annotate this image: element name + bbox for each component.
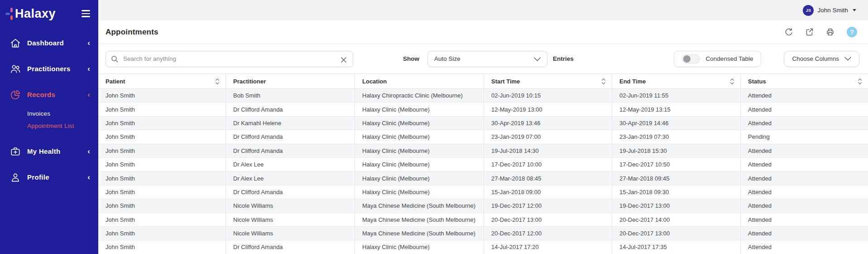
sidebar-item-my-health[interactable]: My Health‹: [0, 138, 98, 164]
condensed-toggle[interactable]: [682, 54, 700, 64]
sidebar-subitem-appointment-list[interactable]: Appointment List: [27, 120, 98, 132]
table-row[interactable]: John SmithBob SmithHalaxy Chiropractic C…: [98, 89, 868, 103]
print-icon[interactable]: [826, 28, 834, 36]
cell-end-time: 23-Jan-2019 07:30: [612, 130, 741, 143]
sidebar-item-label: Practitioners: [27, 65, 87, 73]
column-header-location[interactable]: Location: [355, 74, 484, 88]
cell-start-time: 23-Jan-2019 07:00: [484, 130, 612, 143]
cell-end-time: 20-Dec-2017 14:00: [612, 213, 741, 226]
cell-status: Attended: [741, 144, 868, 157]
main-area: JS John Smith Appointments ?: [98, 0, 868, 254]
column-label: Location: [362, 78, 387, 85]
table-row[interactable]: John SmithDr Clifford AmandaHalaxy Clini…: [98, 103, 868, 116]
halaxy-logo[interactable]: Halaxy: [5, 6, 56, 21]
export-icon[interactable]: [805, 28, 814, 36]
cell-location: Halaxy Clinic (Melbourne): [355, 103, 484, 116]
cell-location: Halaxy Clinic (Melbourne): [355, 186, 484, 199]
chevron-left-icon[interactable]: ‹: [87, 91, 90, 98]
chevron-left-icon[interactable]: ‹: [87, 39, 90, 47]
table-body: John SmithBob SmithHalaxy Chiropractic C…: [98, 89, 868, 254]
cell-patient: John Smith: [98, 103, 226, 116]
table-row[interactable]: John SmithNicole WilliamsMaya Chinese Me…: [98, 213, 868, 227]
chevron-left-icon[interactable]: ‹: [87, 173, 90, 181]
sort-icon[interactable]: [730, 78, 734, 85]
cell-practitioner: Bob Smith: [226, 89, 355, 102]
cell-patient: John Smith: [98, 171, 226, 185]
help-icon[interactable]: ?: [847, 27, 857, 37]
cell-practitioner: Nicole Williams: [226, 227, 355, 240]
show-group: Show Auto Size Entries: [403, 51, 574, 67]
choose-columns-button[interactable]: Choose Columns: [784, 51, 859, 67]
sort-icon[interactable]: [215, 78, 220, 85]
search-input[interactable]: [106, 51, 353, 67]
table-row[interactable]: John SmithDr Clifford AmandaHalaxy Clini…: [98, 240, 868, 254]
user-menu[interactable]: JS John Smith: [803, 5, 856, 16]
column-header-status[interactable]: Status: [741, 74, 868, 88]
sidebar-item-label: Dashboard: [27, 39, 87, 47]
condensed-table-button[interactable]: Condensed Table: [674, 51, 762, 67]
sidebar-subitem-invoices[interactable]: Invoices: [27, 107, 98, 120]
column-label: Patient: [106, 78, 125, 85]
user-name: John Smith: [817, 7, 848, 14]
page-size-select[interactable]: Auto Size: [427, 51, 547, 67]
sidebar-item-practitioners[interactable]: Practitioners‹: [0, 56, 98, 82]
sort-icon[interactable]: [858, 78, 862, 85]
cell-patient: John Smith: [98, 89, 226, 102]
chevron-down-icon: [534, 55, 541, 63]
cell-end-time: 02-Jun-2019 11:55: [612, 89, 741, 102]
menu-icon[interactable]: [82, 8, 90, 19]
cell-practitioner: Dr Clifford Amanda: [226, 103, 355, 116]
sidebar-item-profile[interactable]: Profile‹: [0, 164, 98, 190]
column-header-practitioner[interactable]: Practitioner: [226, 74, 355, 88]
sidebar-header: Halaxy: [0, 0, 98, 22]
column-label: Status: [748, 78, 766, 85]
column-label: End Time: [619, 78, 646, 85]
sidebar-subnav: InvoicesAppointment List: [0, 107, 98, 138]
page-size-value: Auto Size: [434, 55, 534, 62]
home-icon: [9, 37, 21, 49]
cell-location: Maya Chinese Medicine (South Melbourne): [355, 213, 484, 226]
table-row[interactable]: John SmithNicole WilliamsMaya Chinese Me…: [98, 199, 868, 213]
cell-practitioner: Dr Clifford Amanda: [226, 130, 355, 143]
table-row[interactable]: John SmithDr Kamahl HeleneHalaxy Clinic …: [98, 117, 868, 130]
column-header-end-time[interactable]: End Time: [612, 74, 741, 88]
sidebar-item-records[interactable]: Records‹: [0, 82, 98, 107]
refresh-icon[interactable]: [784, 28, 793, 36]
cell-patient: John Smith: [98, 240, 226, 254]
table-row[interactable]: John SmithDr Clifford AmandaHalaxy Clini…: [98, 186, 868, 199]
table-row[interactable]: John SmithNicole WilliamsMaya Chinese Me…: [98, 227, 868, 240]
show-label: Show: [403, 55, 419, 62]
caret-down-icon: [853, 9, 856, 11]
chevron-left-icon[interactable]: ‹: [87, 147, 90, 155]
table-row[interactable]: John SmithDr Alex LeeHalaxy Clinic (Melb…: [98, 171, 868, 185]
sidebar-item-dashboard[interactable]: Dashboard‹: [0, 30, 98, 56]
table-options: Condensed Table Choose Columns: [674, 51, 859, 67]
chevron-left-icon[interactable]: ‹: [87, 65, 90, 73]
table-row[interactable]: John SmithDr Alex LeeHalaxy Clinic (Melb…: [98, 158, 868, 171]
column-label: Start Time: [491, 78, 520, 85]
cell-location: Halaxy Clinic (Melbourne): [355, 240, 484, 254]
table-header: PatientPractitionerLocationStart TimeEnd…: [98, 74, 868, 89]
cell-location: Maya Chinese Medicine (South Melbourne): [355, 199, 484, 212]
cell-status: Attended: [741, 171, 868, 185]
cell-location: Halaxy Clinic (Melbourne): [355, 158, 484, 171]
sidebar: Halaxy Dashboard‹Practitioners‹Records‹I…: [0, 0, 98, 254]
cell-location: Halaxy Clinic (Melbourne): [355, 117, 484, 130]
clear-search-icon[interactable]: [341, 56, 346, 64]
cell-location: Maya Chinese Medicine (South Melbourne): [355, 227, 484, 240]
cell-practitioner: Dr Clifford Amanda: [226, 186, 355, 199]
column-header-start-time[interactable]: Start Time: [484, 74, 612, 88]
cell-status: Attended: [741, 199, 868, 212]
sort-icon[interactable]: [601, 78, 606, 85]
column-header-patient[interactable]: Patient: [98, 74, 226, 88]
halaxy-cross-icon: [5, 6, 14, 21]
page-title: Appointments: [106, 28, 158, 37]
table-row[interactable]: John SmithDr Clifford AmandaHalaxy Clini…: [98, 144, 868, 158]
cell-patient: John Smith: [98, 144, 226, 157]
cell-status: Attended: [741, 240, 868, 254]
table-row[interactable]: John SmithDr Clifford AmandaHalaxy Clini…: [98, 130, 868, 144]
cell-practitioner: Dr Kamahl Helene: [226, 117, 355, 130]
condensed-toggle-label: Condensed Table: [706, 55, 753, 62]
entries-label: Entries: [553, 55, 574, 62]
topbar: JS John Smith: [98, 0, 868, 20]
